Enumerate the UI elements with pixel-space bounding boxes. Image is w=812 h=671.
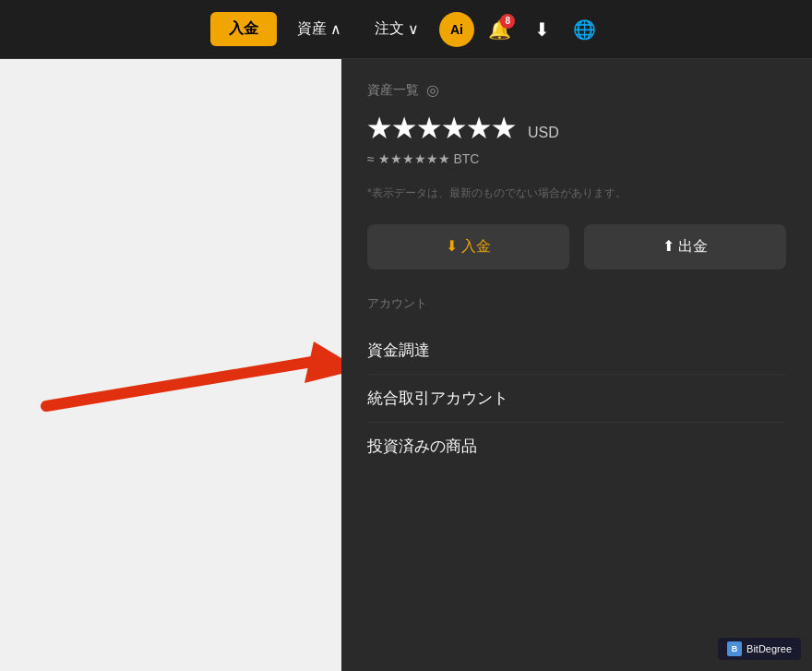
action-buttons: ⬇ 入金 ⬆ 出金	[367, 224, 786, 270]
bitdegree-watermark: B BitDegree	[718, 638, 801, 660]
assets-chevron-icon: ∧	[330, 20, 341, 38]
menu-item-funding[interactable]: 資金調達	[367, 327, 786, 375]
orders-label: 注文	[375, 19, 404, 39]
menu-item-invested-products[interactable]: 投資済みの商品	[367, 423, 786, 470]
btc-balance: ≈ ★★★★★★	[367, 151, 450, 166]
assets-dropdown: 資産一覧 ◎ ★★★★★★ USD ≈ ★★★★★★ BTC *表示データは、最…	[341, 59, 812, 671]
balance-currency: USD	[528, 125, 559, 141]
orders-chevron-icon: ∨	[408, 20, 419, 38]
asset-overview-row: 資産一覧 ◎	[367, 81, 786, 99]
language-button[interactable]: 🌐	[567, 12, 602, 47]
globe-icon: 🌐	[573, 18, 596, 41]
left-background	[0, 59, 341, 671]
withdraw-action-button[interactable]: ⬆ 出金	[584, 224, 786, 270]
deposit-nav-button[interactable]: 入金	[210, 12, 277, 46]
orders-nav-item[interactable]: 注文 ∨	[362, 12, 432, 46]
bitdegree-label: BitDegree	[746, 643, 792, 654]
account-section-label: アカウント	[367, 295, 786, 312]
deposit-action-button[interactable]: ⬇ 入金	[367, 224, 569, 270]
asset-overview-label: 資産一覧	[367, 82, 419, 99]
download-icon: ⬇	[534, 18, 550, 41]
asset-value-row: ★★★★★★ USD	[367, 114, 786, 144]
user-avatar[interactable]: Ai	[439, 12, 474, 47]
btc-balance-row: ≈ ★★★★★★ BTC	[367, 151, 786, 166]
assets-nav-item[interactable]: 資産 ∧	[284, 12, 354, 46]
eye-off-icon[interactable]: ◎	[426, 81, 439, 99]
notification-button[interactable]: 🔔 8	[482, 12, 517, 47]
disclaimer-text: *表示データは、最新のものでない場合があります。	[367, 185, 786, 202]
user-initial: Ai	[450, 22, 463, 37]
menu-item-unified-trading[interactable]: 統合取引アカウント	[367, 375, 786, 423]
btc-label: BTC	[453, 151, 479, 166]
navbar: 入金 資産 ∧ 注文 ∨ Ai 🔔 8 ⬇ 🌐	[0, 0, 812, 59]
masked-balance: ★★★★★★	[367, 114, 517, 144]
bitdegree-icon: B	[727, 641, 742, 656]
download-button[interactable]: ⬇	[524, 12, 559, 47]
notification-badge: 8	[500, 14, 515, 29]
assets-label: 資産	[297, 19, 327, 39]
